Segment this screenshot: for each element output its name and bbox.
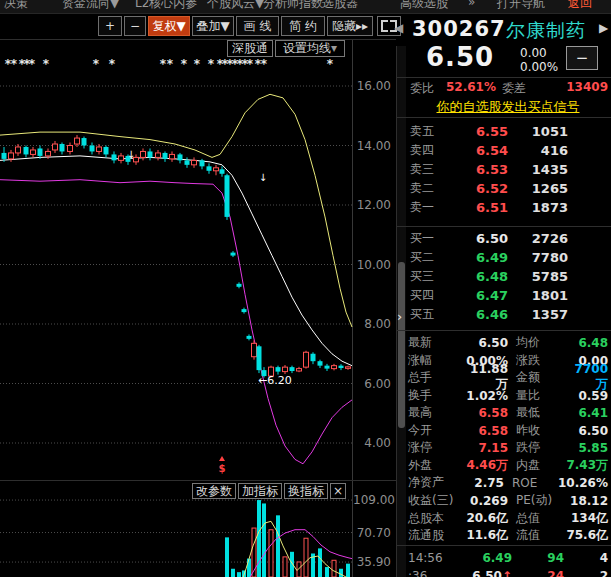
tick-volume: 94 [512, 551, 564, 565]
draw-line-button[interactable]: 画 线 [236, 16, 279, 36]
top-menu-bar: 决策资金流向▼L2核心内参个股风云▼分析师指数选股器高级选股»打开导航返回 [0, 0, 611, 13]
minimize-button[interactable]: − [566, 46, 598, 70]
sell-row-1[interactable]: 卖一6.511873 [410, 198, 568, 217]
order-price: 6.54 [454, 143, 508, 158]
tick-count: 2 [564, 569, 608, 577]
order-level-label: 买五 [410, 306, 454, 323]
stat-row: 收益(三)0.269PE(动)18.12 [408, 492, 608, 509]
stat-label: 内盘 [516, 457, 564, 474]
sell-row-2[interactable]: 卖二6.521265 [410, 179, 568, 198]
switch-indicator-button[interactable]: 换指标 [284, 483, 328, 499]
tick-row[interactable]: :366.50↑242 [408, 567, 608, 577]
zoom-in-button[interactable]: + [98, 16, 122, 36]
prev-stock-icon[interactable]: ◀ [394, 21, 403, 35]
order-price: 6.55 [454, 124, 508, 139]
buy-row-4[interactable]: 买四6.471801 [410, 286, 568, 305]
tick-count: 4 [564, 551, 608, 565]
order-price: 6.47 [454, 288, 508, 303]
tick-time: 14:56 [408, 551, 448, 565]
close-indicator-button[interactable]: × [330, 483, 346, 499]
order-level-label: 卖三 [410, 161, 454, 178]
buy-row-2[interactable]: 买二6.497780 [410, 248, 568, 267]
y-axis-tick: 8.00 [353, 317, 391, 331]
stat-row: 最新6.50均价6.48 [408, 334, 608, 351]
svg-text:*: * [181, 57, 188, 71]
stat-label: 今开 [408, 422, 464, 439]
stat-row: 总股本20.6亿总值134亿 [408, 510, 608, 527]
zoom-out-button[interactable]: − [124, 16, 146, 36]
menu-item-7[interactable]: » [468, 0, 475, 9]
order-price: 6.50 [454, 231, 508, 246]
svg-text:$: $ [219, 463, 226, 474]
add-indicator-button[interactable]: 加指标 [238, 483, 282, 499]
menu-item-6[interactable]: 高级选股 [400, 0, 448, 12]
stat-value: 20.6亿 [464, 510, 508, 527]
menu-item-0[interactable]: 决策 [4, 0, 28, 12]
order-volume: 1435 [508, 162, 568, 177]
stat-label: PE(动) [516, 492, 564, 509]
sell-row-5[interactable]: 卖五6.551051 [410, 122, 568, 141]
order-level-label: 卖一 [410, 199, 454, 216]
y-axis-tick: 10.00 [353, 258, 391, 272]
stat-label: 总股本 [408, 510, 464, 527]
menu-item-8[interactable]: 打开导航 [497, 0, 545, 12]
stat-label: 最新 [408, 334, 464, 351]
fuquan-dropdown[interactable]: 复权▼ [148, 16, 190, 36]
collapse-arrow-icon[interactable]: › [397, 308, 407, 326]
sell-row-4[interactable]: 卖四6.54416 [410, 141, 568, 160]
svg-text:*: * [160, 57, 167, 71]
buy-signal-link[interactable]: 你的自选股发出买点信号 [408, 98, 608, 116]
price-change-pct: 0.00% [520, 60, 558, 74]
order-price: 6.53 [454, 162, 508, 177]
stat-value: 11.6亿 [464, 527, 508, 544]
sell-row-3[interactable]: 卖三6.531435 [410, 160, 568, 179]
tick-row[interactable]: 14:566.49944 [408, 549, 608, 566]
simple-mode-button[interactable]: 简 约 [281, 16, 325, 36]
weibi-value: 52.61% [446, 80, 496, 94]
stat-value: 134亿 [564, 510, 608, 527]
svg-text:*: * [109, 57, 116, 71]
svg-text:*: * [327, 57, 334, 71]
menu-item-3[interactable]: 个股风云▼ [207, 0, 264, 12]
menu-item-4[interactable]: 分析师指数 [263, 0, 323, 12]
stat-value: 6.41 [564, 406, 608, 420]
change-params-button[interactable]: 改参数 [192, 483, 236, 499]
buy-row-5[interactable]: 买五6.461357 [410, 305, 568, 324]
tick-price: 6.49 [448, 551, 512, 565]
pane-divider [0, 480, 396, 481]
last-price: 6.50 [426, 42, 494, 72]
stat-value: 6.58 [464, 406, 508, 420]
indicator-axis-tick: 35.90 [353, 555, 391, 569]
stat-label: 收益(三) [408, 492, 464, 509]
next-stock-icon[interactable]: ▶ [599, 21, 608, 35]
buy-row-3[interactable]: 买三6.485785 [410, 267, 568, 286]
up-arrow-icon: ↑ [502, 569, 512, 577]
indicator-axis-tick: 109.00 [353, 493, 391, 507]
stat-row: 换手1.02%量比0.59 [408, 387, 608, 404]
stat-row: 总手11.88万金额7700万 [408, 369, 608, 386]
svg-text:*: * [43, 57, 50, 71]
divider [397, 330, 611, 331]
order-level-label: 买一 [410, 230, 454, 247]
stat-value: 7.15 [464, 441, 508, 455]
main-kline-chart[interactable]: ***********************↓↓←6.20$ [0, 40, 396, 480]
order-price: 6.49 [454, 250, 508, 265]
overlay-dropdown[interactable]: 叠加▼ [192, 16, 234, 36]
menu-item-2[interactable]: L2核心内参 [135, 0, 197, 12]
svg-text:↓: ↓ [127, 149, 135, 160]
menu-item-5[interactable]: 选股器 [322, 0, 358, 12]
scrollbar-thumb[interactable] [398, 262, 405, 428]
order-volume: 5785 [508, 269, 568, 284]
stat-label: 换手 [408, 387, 464, 404]
y-axis-tick: 16.00 [353, 79, 391, 93]
hide-button[interactable]: 隐藏▸▸ [327, 16, 373, 36]
indicator-axis-tick: 70.70 [353, 526, 391, 540]
menu-item-9[interactable]: 返回 [568, 0, 592, 12]
stat-label: 跌停 [516, 439, 564, 456]
stat-label: 流通股 [408, 527, 464, 544]
buy-row-1[interactable]: 买一6.502726 [410, 229, 568, 248]
menu-item-1[interactable]: 资金流向▼ [62, 0, 119, 12]
order-volume: 1265 [508, 181, 568, 196]
stat-value: 6.50 [564, 424, 608, 438]
y-axis-tick: 6.00 [353, 377, 391, 391]
